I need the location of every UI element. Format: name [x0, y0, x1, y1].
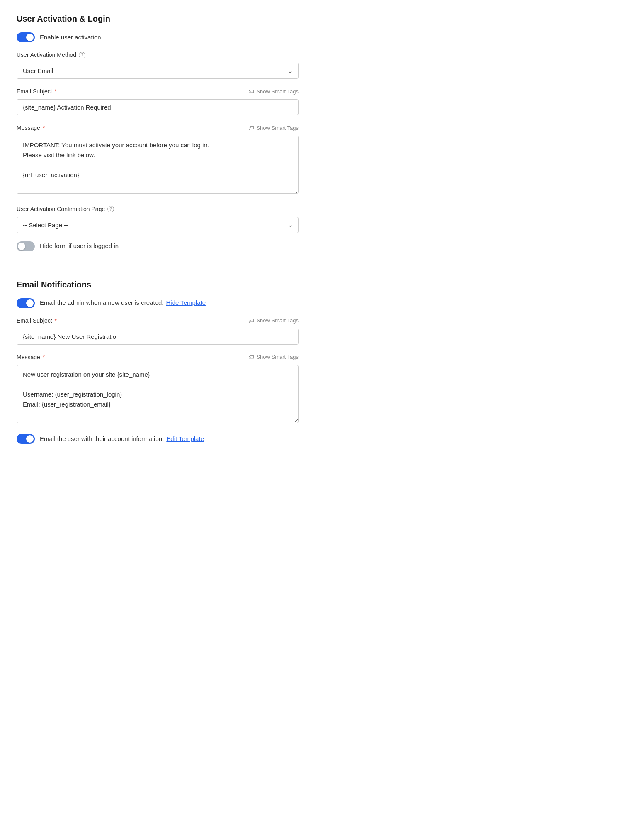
message-textarea[interactable]	[17, 136, 299, 194]
hide-form-label: Hide form if user is logged in	[40, 241, 119, 251]
admin-message-group: Message * 🏷 Show Smart Tags	[17, 353, 299, 426]
admin-email-subject-label: Email Subject *	[17, 317, 57, 325]
activation-method-label-row: User Activation Method ?	[17, 51, 299, 59]
smart-tags-icon: 🏷	[248, 87, 254, 96]
hide-template-link[interactable]: Hide Template	[166, 298, 206, 308]
hide-form-row: Hide form if user is logged in	[17, 241, 299, 251]
enable-activation-label: Enable user activation	[40, 33, 101, 42]
email-subject-label-row: Email Subject * 🏷 Show Smart Tags	[17, 87, 299, 96]
confirmation-page-group: User Activation Confirmation Page ? -- S…	[17, 205, 299, 233]
admin-email-label: Email the admin when a new user is creat…	[40, 298, 206, 308]
email-subject-input[interactable]	[17, 99, 299, 115]
admin-email-subject-group: Email Subject * 🏷 Show Smart Tags	[17, 317, 299, 345]
hide-form-slider	[17, 241, 35, 251]
user-email-label: Email the user with their account inform…	[40, 434, 204, 444]
admin-message-label-row: Message * 🏷 Show Smart Tags	[17, 353, 299, 362]
admin-message-textarea[interactable]	[17, 365, 299, 423]
confirmation-page-label-row: User Activation Confirmation Page ?	[17, 205, 299, 214]
email-subject-required: *	[55, 87, 57, 96]
email-subject-label: Email Subject *	[17, 87, 57, 96]
enable-activation-toggle[interactable]	[17, 32, 35, 42]
activation-method-help-icon[interactable]: ?	[79, 52, 85, 58]
admin-email-row: Email the admin when a new user is creat…	[17, 298, 299, 308]
message-group: Message * 🏷 Show Smart Tags	[17, 124, 299, 197]
admin-email-subject-input[interactable]	[17, 329, 299, 345]
section-divider	[17, 265, 299, 265]
enable-activation-row: Enable user activation	[17, 32, 299, 42]
smart-tags-icon-3: 🏷	[248, 317, 254, 325]
admin-message-required: *	[43, 353, 45, 362]
edit-template-link[interactable]: Edit Template	[166, 434, 204, 444]
message-smart-tags-link[interactable]: 🏷 Show Smart Tags	[248, 124, 299, 132]
enable-activation-slider	[17, 32, 35, 42]
user-email-toggle[interactable]	[17, 434, 35, 444]
activation-method-label: User Activation Method ?	[17, 51, 85, 59]
smart-tags-icon-4: 🏷	[248, 353, 254, 362]
message-label: Message *	[17, 124, 45, 132]
admin-email-slider	[17, 298, 35, 308]
admin-message-smart-tags-link[interactable]: 🏷 Show Smart Tags	[248, 353, 299, 362]
section2-title: Email Notifications	[17, 278, 299, 291]
admin-email-toggle[interactable]	[17, 298, 35, 308]
confirmation-page-select-wrapper: -- Select Page -- ⌄	[17, 217, 299, 233]
activation-method-group: User Activation Method ? User Email ⌄	[17, 51, 299, 79]
hide-form-toggle[interactable]	[17, 241, 35, 251]
message-required: *	[43, 124, 45, 132]
email-subject-group: Email Subject * 🏷 Show Smart Tags	[17, 87, 299, 115]
admin-email-subject-smart-tags-link[interactable]: 🏷 Show Smart Tags	[248, 317, 299, 325]
admin-message-label: Message *	[17, 353, 45, 362]
activation-method-select[interactable]: User Email	[17, 63, 299, 79]
confirmation-page-select[interactable]: -- Select Page --	[17, 217, 299, 233]
user-email-slider	[17, 434, 35, 444]
admin-email-subject-label-row: Email Subject * 🏷 Show Smart Tags	[17, 317, 299, 325]
message-label-row: Message * 🏷 Show Smart Tags	[17, 124, 299, 132]
section1-title: User Activation & Login	[17, 12, 299, 25]
confirmation-page-help-icon[interactable]: ?	[107, 206, 114, 212]
email-subject-smart-tags-link[interactable]: 🏷 Show Smart Tags	[248, 87, 299, 96]
user-email-row: Email the user with their account inform…	[17, 434, 299, 444]
confirmation-page-label: User Activation Confirmation Page ?	[17, 205, 114, 214]
smart-tags-icon-2: 🏷	[248, 124, 254, 132]
admin-email-subject-required: *	[55, 317, 57, 325]
activation-method-select-wrapper: User Email ⌄	[17, 63, 299, 79]
